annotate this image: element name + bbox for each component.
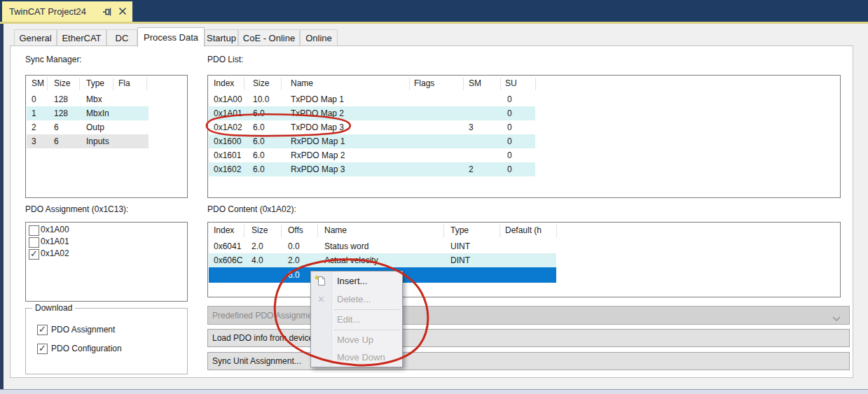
table-row[interactable]: 0x6041 2.0 0.0 Status word UINT (209, 239, 556, 253)
pin-icon[interactable] (102, 7, 112, 19)
close-icon[interactable] (118, 6, 129, 17)
tab-process-data[interactable]: Process Data (137, 27, 205, 47)
window-left-border (0, 24, 4, 389)
load-pdo-info-button[interactable]: Load PDO info from device (207, 329, 850, 347)
col-header[interactable]: Flags (414, 78, 434, 88)
pdo-list-label: PDO List: (207, 55, 243, 64)
table-row-selected[interactable]: 3 6 Inputs (27, 134, 149, 148)
tab-online[interactable]: Online (300, 29, 338, 45)
col-header[interactable]: Size (252, 225, 268, 235)
tab-startup[interactable]: Startup (205, 29, 238, 45)
col-header[interactable]: Index (214, 78, 234, 88)
menu-item-edit: Edit... (311, 311, 402, 328)
col-header[interactable]: Type (450, 225, 469, 235)
tab-ethercat[interactable]: EtherCAT (57, 29, 106, 45)
checkbox-label[interactable]: PDO Configuration (51, 344, 122, 354)
checkbox-label[interactable]: 0x1A02 (41, 248, 69, 259)
pdo-content-header[interactable]: Index Size Offs Name Type Default (h (208, 223, 840, 239)
table-row[interactable]: 2 6 Outp (27, 120, 149, 134)
checkbox-0x1A00[interactable] (29, 225, 39, 236)
table-row-circled[interactable]: 0x1A02 6.0 TxPDO Map 3 3 0 (209, 120, 535, 134)
table-row[interactable]: 0 128 Mbx (27, 92, 149, 106)
col-header[interactable]: SM (32, 78, 44, 88)
col-header[interactable]: Name (324, 225, 347, 235)
checkbox-label[interactable]: 0x1A01 (41, 237, 69, 247)
col-header[interactable]: Default (h (505, 225, 542, 235)
tab-coe-online[interactable]: CoE - Online (238, 29, 300, 45)
col-header[interactable]: Size (253, 78, 269, 88)
menu-separator (334, 330, 399, 330)
col-header[interactable]: Size (54, 78, 70, 88)
checkbox-0x1A01[interactable] (29, 237, 39, 248)
pdo-list-table[interactable]: Index Size Name Flags SM SU 0x1A00 10.0 … (207, 75, 841, 198)
sync-manager-table[interactable]: SM Size Type Fla 0 128 Mbx 1 128 MbxIn 2… (25, 75, 188, 198)
col-header[interactable]: SM (469, 78, 481, 88)
sync-unit-assignment-button[interactable]: Sync Unit Assignment... (207, 352, 850, 370)
pdo-assignment-list[interactable]: 0x1A00 0x1A01 0x1A02 (25, 222, 188, 302)
table-row[interactable]: 1 128 MbxIn (27, 106, 149, 120)
menu-separator (334, 309, 399, 310)
sync-manager-label: Sync Manager: (25, 55, 82, 64)
col-header[interactable]: Name (291, 78, 313, 88)
menu-item-move-down: Move Down (311, 349, 402, 366)
delete-icon: ✕ (317, 290, 325, 308)
download-group-label: Download (32, 303, 75, 313)
col-header[interactable]: Type (86, 78, 104, 88)
table-row[interactable]: 0x1600 6.0 RxPDO Map 1 0 (209, 134, 535, 148)
pdo-list-header[interactable]: Index Size Name Flags SM SU (208, 76, 840, 92)
table-row[interactable]: 0x1A01 6.0 TxPDO Map 2 0 (209, 106, 535, 120)
table-row[interactable]: 0x1A00 10.0 TxPDO Map 1 0 (209, 92, 535, 106)
tab-general[interactable]: General (14, 29, 57, 45)
button-label: Sync Unit Assignment... (212, 353, 301, 370)
twincat-window: TwinCAT Project24 General EtherCAT DC Pr… (0, 0, 868, 394)
sync-manager-header[interactable]: SM Size Type Fla (26, 76, 187, 92)
checkbox-label[interactable]: 0x1A00 (41, 225, 69, 235)
col-header[interactable]: SU (505, 78, 517, 88)
col-header[interactable]: Index (214, 225, 234, 235)
document-tab-title: TwinCAT Project24 (9, 1, 86, 22)
window-bottom-border (0, 389, 868, 394)
document-tab[interactable]: TwinCAT Project24 (2, 1, 132, 22)
predefined-pdo-assignment-combo: Predefined PDO Assignment (207, 306, 850, 325)
menu-item-move-up: Move Up (311, 331, 402, 349)
checkbox-label[interactable]: PDO Assignment (51, 325, 115, 335)
pdo-content-table[interactable]: Index Size Offs Name Type Default (h 0x6… (207, 222, 841, 297)
checkbox-0x1A02[interactable] (29, 249, 39, 260)
pdo-content-label: PDO Content (0x1A02): (207, 204, 296, 214)
button-label: Load PDO info from device (212, 330, 313, 347)
menu-item-insert[interactable]: Insert... (311, 272, 402, 290)
context-menu: Insert... ✕ Delete... Edit... Move Up Mo… (310, 271, 403, 367)
col-header[interactable]: Fla (118, 78, 130, 88)
chevron-down-icon (832, 314, 841, 323)
tab-dc[interactable]: DC (106, 29, 137, 45)
active-tab-accent-line (0, 22, 868, 24)
checkbox-pdo-configuration[interactable] (37, 344, 48, 354)
checkbox-pdo-assignment[interactable] (37, 325, 48, 335)
download-group: Download PDO Assignment PDO Configuratio… (25, 308, 188, 374)
table-row[interactable]: 0x606C 4.0 2.0 Actual velocity DINT (209, 253, 556, 267)
col-header[interactable]: Offs (288, 225, 303, 235)
combo-value: Predefined PDO Assignment (212, 307, 319, 325)
menu-item-delete: ✕ Delete... (311, 290, 402, 308)
table-row[interactable]: 0x1601 6.0 RxPDO Map 2 0 (209, 148, 535, 162)
table-row[interactable]: 0x1602 6.0 RxPDO Map 3 2 0 (209, 162, 535, 176)
pdo-assignment-label: PDO Assignment (0x1C13): (25, 204, 128, 214)
